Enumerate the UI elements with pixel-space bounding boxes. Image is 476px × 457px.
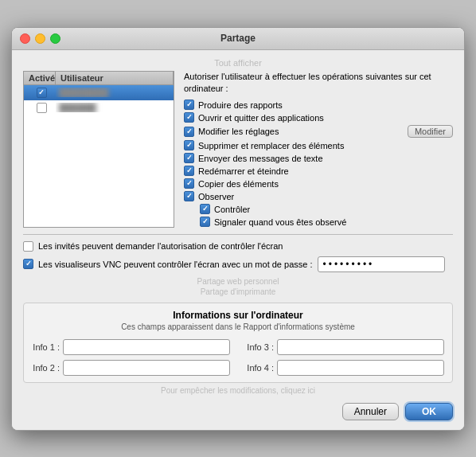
checkbox-r2[interactable]: [184, 112, 194, 123]
rights-label-r1: Produire des rapports: [198, 100, 283, 110]
info-input-4[interactable]: [277, 360, 444, 376]
close-button[interactable]: [20, 33, 30, 44]
checkbox-r8[interactable]: [184, 191, 194, 201]
maximize-button[interactable]: [50, 33, 60, 44]
info-section-subtitle: Ces champs apparaissent dans le Rapport …: [32, 322, 444, 331]
window-title: Partage: [220, 33, 256, 44]
checkbox-r5[interactable]: [184, 153, 194, 163]
ok-button[interactable]: OK: [405, 403, 453, 420]
table-header: Activé Utilisateur: [23, 71, 174, 84]
rights-item-r7: Copier des éléments: [184, 178, 453, 189]
rights-label-r10: Signaler quand vous êtes observé: [214, 217, 346, 227]
bg-label-tout-afficher: Tout afficher: [23, 58, 453, 68]
user-table: Activé Utilisateur ████████: [23, 71, 174, 228]
rights-label-r4: Supprimer et remplacer des éléments: [198, 141, 344, 150]
rights-item-r6: Redémarrer et éteindre: [184, 166, 453, 176]
rights-item-r5: Envoyer des messages de texte: [184, 153, 453, 163]
rights-list: Produire des rapports Ouvrir et quitter …: [184, 100, 453, 227]
guest-control-option: Les invités peuvent demander l'autorisat…: [23, 241, 453, 252]
rights-label-r9: Contrôler: [214, 205, 250, 214]
checkbox-r6[interactable]: [184, 166, 194, 176]
user-name-1: ████████: [59, 88, 170, 97]
checkbox-r4[interactable]: [184, 140, 194, 150]
minimize-button[interactable]: [35, 33, 45, 44]
rights-label-r3: Modifier les réglages: [198, 127, 279, 136]
vnc-option: Les visualiseurs VNC peuvent contrôler l…: [23, 256, 453, 272]
rights-item-r9: Contrôler: [200, 204, 453, 214]
info-input-1[interactable]: [63, 339, 230, 355]
info-field-row-4: Info 4 :: [246, 360, 444, 376]
table-row[interactable]: ██████: [24, 100, 174, 115]
header-user: Utilisateur: [56, 72, 174, 84]
cancel-button[interactable]: Annuler: [342, 403, 399, 420]
info-label-1: Info 1 :: [32, 342, 60, 352]
bg-label-modifications: Pour empêcher les modifications, cliquez…: [23, 386, 453, 395]
rights-label-r5: Envoyer des messages de texte: [198, 154, 323, 163]
info-label-4: Info 4 :: [246, 363, 274, 373]
user-cell-1: ████████: [56, 88, 170, 97]
content-area: Tout afficher Activé Utilisateur ███████…: [12, 50, 464, 430]
rights-item-r2: Ouvrir et quitter des applications: [184, 112, 453, 123]
rights-item-r10: Signaler quand vous êtes observé: [200, 217, 453, 227]
vnc-password-field[interactable]: [318, 256, 445, 272]
table-row[interactable]: ████████: [24, 85, 174, 100]
info-field-row-3: Info 3 :: [246, 339, 444, 355]
bg-label-partage-afp: Partage d'imprimante: [23, 287, 453, 296]
rights-item-r1: Produire des rapports: [184, 100, 453, 110]
user-name-2: ██████: [59, 103, 170, 112]
rights-item-r8: Observer: [184, 191, 453, 201]
info-section: Informations sur l'ordinateur Ces champs…: [23, 303, 453, 383]
bg-label-partage-web: Partage web personnel: [23, 277, 453, 286]
rights-label-r7: Copier des éléments: [198, 179, 279, 189]
guest-control-label: Les invités peuvent demander l'autorisat…: [38, 241, 283, 251]
checkbox-guest-control[interactable]: [23, 241, 33, 252]
rights-label-r6: Redémarrer et éteindre: [198, 166, 289, 176]
checkbox-active-2[interactable]: [37, 103, 47, 113]
table-body: ████████ ██████: [23, 84, 174, 228]
rights-label-r2: Ouvrir et quitter des applications: [198, 113, 324, 123]
info-input-3[interactable]: [277, 339, 444, 355]
bottom-buttons: Annuler OK: [23, 403, 453, 420]
separator-1: [23, 234, 453, 235]
checkbox-r10[interactable]: [200, 217, 210, 227]
user-cell-2: ██████: [56, 103, 170, 112]
checkbox-vnc[interactable]: [23, 259, 33, 269]
top-section: Activé Utilisateur ████████: [23, 71, 453, 228]
info-label-3: Info 3 :: [246, 342, 274, 352]
rights-label-r8: Observer: [198, 192, 234, 201]
vnc-label: Les visualiseurs VNC peuvent contrôler l…: [38, 260, 313, 269]
info-fields: Info 1 : Info 3 : Info 2 : Info 4 :: [32, 339, 444, 376]
rights-title: Autoriser l'utilisateur à effectuer les …: [184, 71, 453, 96]
info-field-row-2: Info 2 :: [32, 360, 230, 376]
checkbox-r3[interactable]: [184, 127, 194, 137]
info-label-2: Info 2 :: [32, 363, 60, 373]
header-active: Activé: [24, 72, 56, 84]
info-field-row-1: Info 1 :: [32, 339, 230, 355]
info-section-title: Informations sur l'ordinateur: [32, 310, 444, 321]
traffic-lights: [20, 33, 60, 44]
titlebar: Partage: [12, 28, 464, 50]
checkbox-cell-2: [27, 103, 56, 113]
checkbox-cell-1: [27, 88, 56, 98]
main-window: Partage Tout afficher Activé Utilisateur: [11, 27, 465, 431]
rights-section: Autoriser l'utilisateur à effectuer les …: [184, 71, 453, 228]
rights-item-r3: Modifier les réglages Modifier: [184, 125, 453, 138]
checkbox-active-1[interactable]: [37, 88, 47, 98]
info-input-2[interactable]: [63, 360, 230, 376]
checkbox-r9[interactable]: [200, 204, 210, 214]
checkbox-r7[interactable]: [184, 178, 194, 189]
checkbox-r1[interactable]: [184, 100, 194, 110]
modify-button[interactable]: Modifier: [408, 125, 453, 138]
rights-item-r4: Supprimer et remplacer des éléments: [184, 140, 453, 150]
